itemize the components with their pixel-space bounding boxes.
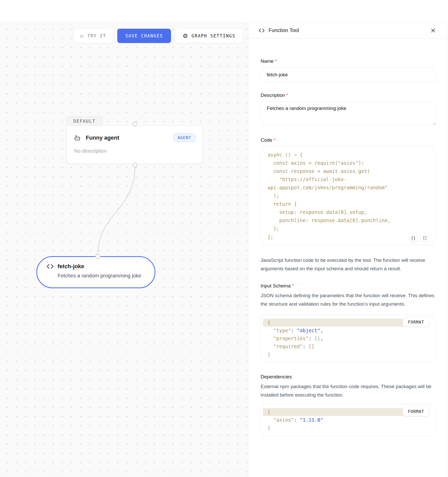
name-input[interactable]	[261, 67, 436, 82]
code-line: {	[263, 408, 404, 416]
close-panel-button[interactable]	[430, 27, 437, 34]
edge-agent-to-tool[interactable]	[98, 167, 135, 257]
required-asterisk: *	[275, 58, 277, 64]
panel-header: Function Tool	[248, 23, 448, 38]
code-line: "https://official-joke-	[263, 175, 429, 183]
save-changes-label: SAVE CHANGES	[125, 33, 163, 38]
code-line: };	[263, 224, 429, 233]
group-tab-label: DEFAULT	[73, 119, 95, 124]
code-brackets-icon	[258, 28, 265, 33]
tool-node-fetch-joke[interactable]: fetch-joke Fetches a random programming …	[36, 256, 155, 288]
dependencies-format-button[interactable]: FORMAT	[403, 407, 429, 416]
gear-icon: ⚙	[183, 33, 189, 39]
agent-node-bottom-handle[interactable]	[132, 162, 137, 168]
tool-node-top-handle[interactable]	[95, 254, 100, 259]
app-window: ▷ TRY IT SAVE CHANGES ⚙ GRAPH SETTINGS D…	[0, 0, 448, 477]
expand-icon	[423, 236, 427, 240]
code-line: "type": "object",	[263, 327, 429, 335]
agent-node-description: No description	[74, 148, 195, 154]
input-schema-editor[interactable]: { "type": "object", "properties": {}, "r…	[261, 315, 436, 362]
code-line: api.appspot.com/jokes/programming/random…	[263, 183, 429, 192]
code-line: return {	[263, 200, 429, 208]
required-asterisk: *	[286, 92, 288, 98]
input-schema-help-text: JSON schema defining the parameters that…	[261, 291, 436, 308]
expand-fullscreen-button[interactable]	[421, 234, 429, 242]
code-line: {	[263, 319, 404, 327]
tool-node-title: fetch-joke	[58, 263, 84, 270]
code-line: }	[263, 350, 429, 358]
panel-body: Name* Description* Fetches a random prog…	[248, 38, 448, 436]
code-line: );	[263, 192, 429, 200]
code-line: }	[263, 424, 429, 432]
input-schema-format-button[interactable]: FORMAT	[403, 317, 429, 327]
agent-type-badge: AGENT	[174, 133, 195, 142]
description-textarea[interactable]: Fetches a random programming joke	[261, 101, 436, 125]
code-line: "required": []	[263, 343, 429, 350]
top-bar	[0, 0, 448, 23]
agent-node-title: Funny agent	[86, 134, 119, 141]
code-line: };	[263, 233, 429, 241]
required-asterisk: *	[273, 137, 275, 143]
code-line: "axios": "1.11.0"	[263, 416, 429, 424]
group-tab-default[interactable]: DEFAULT	[67, 116, 102, 126]
dependencies-help-text: External npm packages that the function …	[261, 382, 436, 399]
code-help-text: JavaScript function code to be executed …	[261, 256, 436, 273]
code-line: setup: response.data[0].setup,	[263, 208, 429, 216]
code-line: "properties": {},	[263, 335, 429, 343]
code-field-label: Code*	[261, 137, 436, 143]
code-line: const axios = require("axios");	[263, 159, 429, 167]
panel-scrollbar[interactable]	[446, 23, 448, 477]
required-asterisk: *	[292, 283, 294, 288]
robot-icon	[74, 134, 81, 141]
code-brackets-icon	[46, 263, 54, 270]
function-tool-panel: Function Tool Name* Description* Fetches…	[248, 23, 448, 477]
format-braces-button[interactable]: {}	[409, 234, 417, 242]
try-it-label: TRY IT	[87, 33, 106, 38]
edge-layer	[0, 23, 248, 477]
agent-node-top-handle[interactable]	[132, 121, 137, 127]
code-line: const response = await axios.get(	[263, 167, 429, 175]
code-editor[interactable]: async () ⇒ { const axios = require("axio…	[261, 146, 436, 245]
play-icon: ▷	[81, 33, 84, 38]
graph-settings-button[interactable]: ⚙ GRAPH SETTINGS	[175, 29, 243, 43]
description-field-label: Description*	[261, 92, 436, 98]
graph-canvas[interactable]: ▷ TRY IT SAVE CHANGES ⚙ GRAPH SETTINGS D…	[0, 23, 248, 477]
close-icon	[430, 28, 436, 33]
agent-node-funny-agent[interactable]: Funny agent AGENT No description	[67, 126, 203, 164]
save-changes-button[interactable]: SAVE CHANGES	[117, 29, 171, 43]
dependencies-label: Dependencies	[261, 374, 436, 380]
canvas-toolbar: ▷ TRY IT SAVE CHANGES ⚙ GRAPH SETTINGS	[73, 29, 243, 43]
name-field-label: Name*	[261, 58, 436, 64]
tool-node-description: Fetches a random programming joke	[58, 273, 147, 279]
graph-settings-label: GRAPH SETTINGS	[191, 33, 235, 38]
input-schema-label: Input Schema*	[261, 283, 436, 289]
dependencies-editor[interactable]: { "axios": "1.11.0"} FORMAT	[261, 404, 436, 436]
code-line: punchline: response.data[0].punchline,	[263, 216, 429, 224]
try-it-button[interactable]: ▷ TRY IT	[73, 29, 113, 43]
code-line: async () ⇒ {	[263, 151, 429, 159]
panel-title: Function Tool	[269, 27, 299, 33]
